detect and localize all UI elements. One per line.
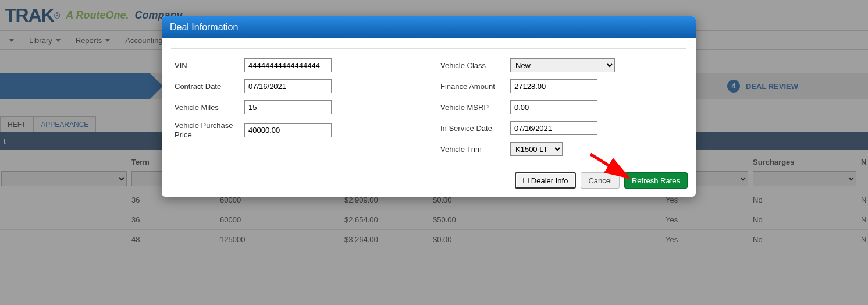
form-left-column: VIN Contract Date Vehicle Miles Vehicle … — [175, 58, 417, 163]
vehicle-miles-input[interactable] — [244, 100, 332, 114]
in-service-date-label: In Service Date — [440, 124, 510, 133]
vehicle-trim-select[interactable]: K1500 LT — [510, 142, 563, 156]
vehicle-class-label: Vehicle Class — [440, 61, 510, 70]
contract-date-input[interactable] — [244, 79, 332, 93]
dealer-info-label: Dealer Info — [531, 176, 568, 185]
modal-title: Deal Information — [162, 16, 696, 38]
checkbox-icon — [523, 178, 529, 183]
cancel-label: Cancel — [588, 176, 611, 185]
finance-amount-input[interactable] — [510, 79, 597, 93]
in-service-date-input[interactable] — [510, 121, 597, 135]
purchase-price-input[interactable] — [244, 123, 332, 137]
vehicle-trim-label: Vehicle Trim — [440, 145, 510, 154]
deal-information-modal: Deal Information VIN Contract Date Vehic… — [162, 16, 696, 197]
refresh-rates-label: Refresh Rates — [632, 176, 680, 185]
vin-input[interactable] — [244, 58, 332, 72]
cancel-button[interactable]: Cancel — [581, 172, 619, 189]
vehicle-msrp-input[interactable] — [510, 100, 597, 114]
modal-footer: Dealer Info Cancel Refresh Rates — [162, 168, 696, 197]
form-right-column: Vehicle Class New Finance Amount Vehicle… — [440, 58, 683, 163]
finance-amount-label: Finance Amount — [440, 82, 510, 91]
vin-label: VIN — [175, 61, 244, 70]
contract-date-label: Contract Date — [175, 82, 244, 91]
vehicle-class-select[interactable]: New — [510, 58, 615, 72]
vehicle-miles-label: Vehicle Miles — [175, 103, 244, 112]
purchase-price-label: Vehicle Purchase Price — [175, 121, 244, 139]
refresh-rates-button[interactable]: Refresh Rates — [624, 172, 688, 189]
dealer-info-button[interactable]: Dealer Info — [515, 172, 577, 189]
vehicle-msrp-label: Vehicle MSRP — [440, 103, 510, 112]
